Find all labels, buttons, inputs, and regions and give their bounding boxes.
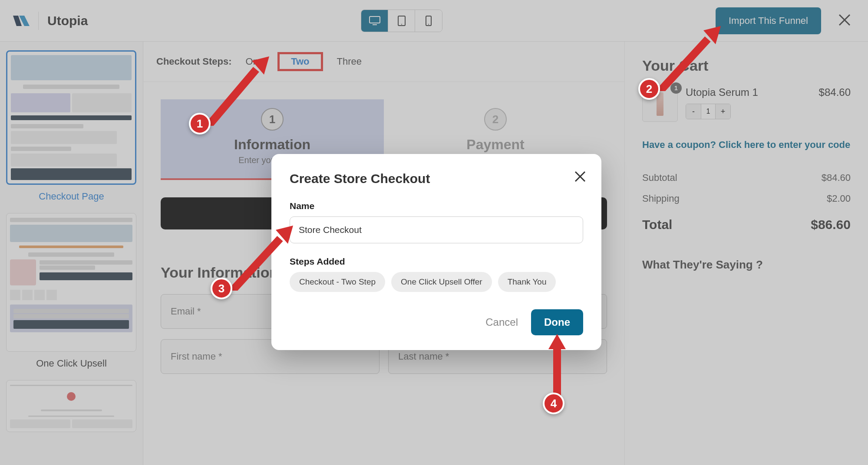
create-checkout-modal: Create Store Checkout Name Steps Added C… [271,154,601,350]
pages-sidebar: Checkout Page One Click Upsell [0,42,143,465]
testimonial-heading: What They're Saying ? [642,258,851,272]
thumbnail-preview [6,50,136,185]
annotation-arrow-1 [208,56,269,128]
desktop-view-button[interactable] [361,10,388,32]
subtotal-label: Subtotal [642,172,677,183]
annotation-callout-2: 2 [638,78,660,100]
subtotal-value: $84.60 [822,172,851,183]
shipping-value: $2.00 [827,193,851,204]
step-chip: One Click Upsell Offer [391,272,492,292]
top-bar: Utopia Import This Funnel [0,0,868,42]
steps-added-label: Steps Added [290,256,583,267]
modal-close-button[interactable] [574,170,586,186]
step-number-badge: 2 [484,108,507,131]
thumbnail-label: Checkout Page [6,191,137,202]
page-thumbnail-upsell[interactable]: One Click Upsell [6,213,137,369]
close-icon [838,14,851,26]
svg-point-7 [428,24,429,25]
thumbnail-preview [6,380,136,432]
annotation-arrow-3 [232,226,293,292]
done-button[interactable]: Done [531,309,583,335]
cart-item-price: $84.60 [819,86,851,98]
total-value: $86.60 [811,217,851,232]
quantity-increase-button[interactable]: + [716,104,730,119]
top-bar-right: Import This Funnel [716,7,855,34]
svg-point-5 [401,24,402,25]
annotation-callout-3: 3 [211,278,232,299]
mobile-icon [425,16,432,26]
step-tab-title: Information [165,137,380,153]
annotation-callout-1: 1 [189,113,211,134]
total-label: Total [642,217,672,232]
quantity-stepper: - 1 + [686,104,731,119]
app-logo [13,14,30,27]
logo-mark-icon [13,14,30,27]
step-option-three[interactable]: Three [333,53,366,70]
svg-marker-19 [548,334,566,349]
step-option-two[interactable]: Two [287,53,314,69]
svg-line-12 [208,69,256,126]
checkout-name-input[interactable] [290,216,583,243]
thumbnail-preview [6,213,136,352]
annotation-highlight-box: Two [277,52,323,71]
step-chip: Checkout - Two Step [290,272,385,292]
tablet-icon [397,16,406,26]
coupon-link[interactable]: Have a coupon? Click here to enter your … [642,139,851,151]
mobile-view-button[interactable] [415,10,442,32]
project-name: Utopia [47,13,88,28]
thumbnail-label: One Click Upsell [6,358,137,369]
subtotal-row: Subtotal $84.60 [642,172,851,183]
total-row: Total $86.60 [642,217,851,232]
svg-line-14 [660,39,708,91]
page-thumbnail-thankyou[interactable] [6,380,137,432]
top-bar-left: Utopia [13,12,88,30]
page-thumbnail-checkout[interactable]: Checkout Page [6,50,137,202]
cart-panel: Your Cart 1 Utopia Serum 1 - 1 + $84.60 … [625,42,868,465]
steps-chips: Checkout - Two Step One Click Upsell Off… [290,272,583,292]
annotation-arrow-2 [660,26,721,93]
annotation-callout-4: 4 [543,393,564,414]
shipping-row: Shipping $2.00 [642,193,851,204]
step-chip: Thank You [498,272,556,292]
device-switcher [361,10,442,32]
quantity-value: 1 [701,104,716,119]
header-divider [38,12,39,30]
shipping-label: Shipping [642,193,680,204]
tablet-view-button[interactable] [388,10,415,32]
quantity-decrease-button[interactable]: - [686,104,701,119]
step-tab-title: Payment [388,137,603,153]
close-button[interactable] [834,11,855,30]
close-icon [574,171,586,182]
modal-actions: Cancel Done [290,309,583,335]
svg-line-16 [232,239,280,291]
svg-rect-2 [370,16,380,23]
name-field-label: Name [290,201,583,211]
import-funnel-button[interactable]: Import This Funnel [716,7,821,34]
annotation-arrow-4 [546,334,568,401]
cancel-button[interactable]: Cancel [485,316,518,328]
desktop-icon [369,16,380,26]
modal-title: Create Store Checkout [290,171,583,186]
